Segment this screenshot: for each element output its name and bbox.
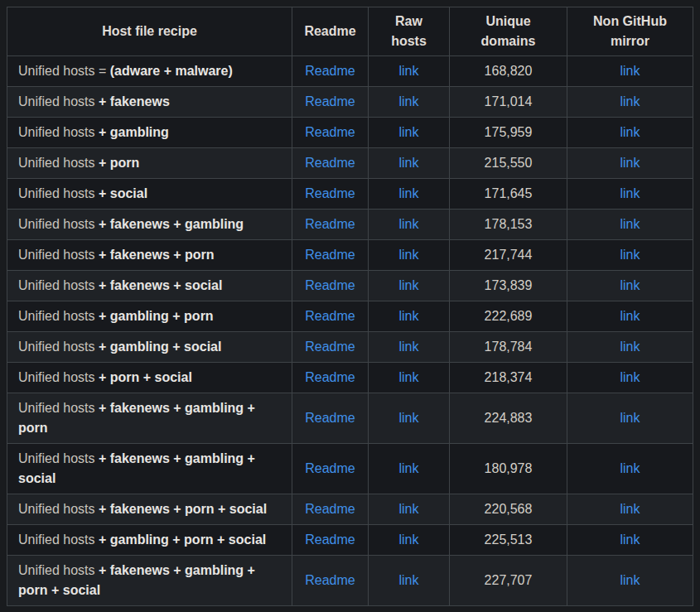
readme-link[interactable]: Readme: [305, 248, 355, 262]
readme-link[interactable]: Readme: [305, 156, 355, 170]
mirror-cell: link: [567, 148, 693, 179]
readme-cell: Readme: [292, 240, 369, 271]
table-header: Host file recipe Readme Raw hosts Unique…: [7, 7, 693, 56]
mirror-link[interactable]: link: [620, 532, 640, 547]
readme-link[interactable]: Readme: [305, 217, 355, 231]
raw-hosts-link[interactable]: link: [398, 94, 418, 108]
raw-hosts-link[interactable]: link: [398, 370, 418, 384]
unique-domains-cell: 225,513: [450, 525, 567, 556]
readme-link[interactable]: Readme: [305, 340, 355, 354]
raw-hosts-link[interactable]: link: [398, 461, 418, 475]
raw-hosts-cell: link: [369, 118, 450, 148]
recipe-cell: Unified hosts + porn: [7, 148, 292, 179]
raw-hosts-link[interactable]: link: [398, 248, 418, 262]
unique-domains-cell: 224,883: [450, 393, 567, 444]
mirror-link[interactable]: link: [620, 370, 640, 384]
raw-hosts-link[interactable]: link: [398, 532, 418, 547]
mirror-link[interactable]: link: [620, 186, 640, 200]
raw-hosts-link[interactable]: link: [398, 340, 418, 354]
readme-link[interactable]: Readme: [305, 278, 355, 292]
unique-domains-value: 171,014: [485, 94, 533, 108]
mirror-link[interactable]: link: [620, 309, 640, 323]
recipe-extensions: + gambling + porn: [99, 309, 214, 323]
unique-domains-cell: 178,784: [450, 332, 567, 363]
unique-domains-value: 222,689: [485, 309, 533, 323]
mirror-cell: link: [567, 332, 693, 363]
raw-hosts-link[interactable]: link: [398, 125, 418, 139]
mirror-link[interactable]: link: [620, 94, 640, 108]
mirror-link[interactable]: link: [620, 64, 640, 78]
recipe-extensions: + fakenews: [99, 94, 170, 108]
readme-link[interactable]: Readme: [305, 411, 355, 425]
unique-domains-value: 180,978: [485, 461, 533, 475]
raw-hosts-link[interactable]: link: [398, 278, 418, 292]
mirror-link[interactable]: link: [620, 502, 640, 516]
unique-domains-cell: 171,645: [450, 179, 567, 210]
readme-link[interactable]: Readme: [305, 309, 355, 323]
unique-domains-cell: 180,978: [450, 444, 567, 494]
unique-domains-cell: 220,568: [450, 494, 567, 525]
table-row: Unified hosts + porn Readme link 215,550…: [7, 148, 693, 179]
mirror-cell: link: [567, 363, 693, 393]
raw-hosts-cell: link: [369, 301, 450, 332]
recipe-prefix: Unified hosts: [18, 94, 95, 108]
mirror-link[interactable]: link: [620, 461, 640, 475]
readme-cell: Readme: [292, 87, 369, 118]
raw-hosts-link[interactable]: link: [398, 64, 418, 78]
mirror-cell: link: [567, 271, 693, 301]
table-row: Unified hosts = (adware + malware) Readm…: [7, 56, 693, 87]
recipe-extensions: + porn: [99, 156, 139, 170]
raw-hosts-link[interactable]: link: [398, 186, 418, 200]
table-row: Unified hosts + porn + social Readme lin…: [7, 363, 693, 393]
mirror-link[interactable]: link: [620, 125, 640, 139]
mirror-link[interactable]: link: [620, 248, 640, 262]
table-row: Unified hosts + gambling + social Readme…: [7, 332, 693, 363]
unique-domains-value: 225,513: [485, 532, 533, 547]
readme-link[interactable]: Readme: [305, 125, 355, 139]
unique-domains-cell: 168,820: [450, 56, 567, 87]
raw-hosts-link[interactable]: link: [398, 309, 418, 323]
table-row: Unified hosts + gambling + porn + social…: [7, 525, 693, 556]
readme-link[interactable]: Readme: [305, 573, 355, 587]
recipe-extensions: + gambling: [99, 125, 169, 139]
mirror-link[interactable]: link: [620, 340, 640, 354]
recipe-prefix: Unified hosts: [18, 278, 95, 292]
mirror-cell: link: [567, 444, 693, 494]
readme-link[interactable]: Readme: [305, 94, 355, 108]
unique-domains-value: 173,839: [485, 278, 533, 292]
readme-link[interactable]: Readme: [305, 461, 355, 475]
unique-domains-cell: 178,153: [450, 210, 567, 240]
recipe-prefix: Unified hosts: [18, 186, 95, 200]
readme-cell: Readme: [292, 148, 369, 179]
readme-link[interactable]: Readme: [305, 64, 355, 78]
mirror-link[interactable]: link: [620, 217, 640, 231]
mirror-link[interactable]: link: [620, 411, 640, 425]
raw-hosts-cell: link: [369, 332, 450, 363]
mirror-link[interactable]: link: [620, 573, 640, 587]
recipe-prefix: Unified hosts: [18, 370, 95, 384]
recipe-prefix: Unified hosts: [18, 248, 95, 262]
readme-link[interactable]: Readme: [305, 502, 355, 516]
readme-link[interactable]: Readme: [305, 370, 355, 384]
readme-link[interactable]: Readme: [305, 532, 355, 547]
raw-hosts-link[interactable]: link: [398, 217, 418, 231]
mirror-link[interactable]: link: [620, 278, 640, 292]
raw-hosts-cell: link: [369, 444, 450, 494]
mirror-cell: link: [567, 179, 693, 210]
raw-hosts-cell: link: [369, 556, 450, 606]
raw-hosts-cell: link: [369, 525, 450, 556]
raw-hosts-link[interactable]: link: [398, 411, 418, 425]
raw-hosts-link[interactable]: link: [398, 573, 418, 587]
mirror-link[interactable]: link: [620, 156, 640, 170]
table-row: Unified hosts + fakenews + gambling Read…: [7, 210, 693, 240]
readme-cell: Readme: [292, 393, 369, 444]
mirror-cell: link: [567, 494, 693, 525]
raw-hosts-link[interactable]: link: [398, 502, 418, 516]
recipe-extensions: + porn + social: [99, 370, 192, 384]
recipe-cell: Unified hosts + porn + social: [7, 363, 292, 393]
recipe-prefix: Unified hosts: [18, 217, 95, 231]
unique-domains-value: 168,820: [485, 64, 533, 78]
raw-hosts-link[interactable]: link: [398, 156, 418, 170]
recipe-prefix: Unified hosts =: [18, 64, 106, 78]
readme-link[interactable]: Readme: [305, 186, 355, 200]
